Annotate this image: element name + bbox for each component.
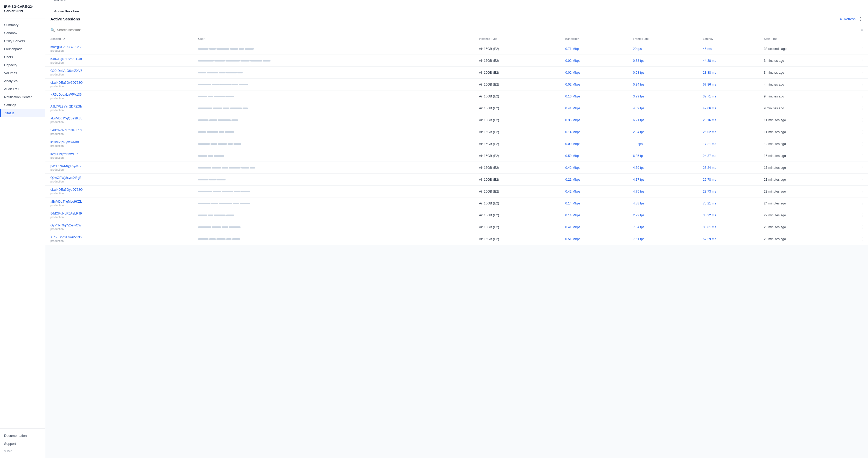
row-actions-cell: ⋮ bbox=[860, 186, 868, 197]
session-env-label: production bbox=[51, 156, 195, 159]
session-id-link[interactable]: 54dOPgNoRVneLRJ9 bbox=[51, 57, 195, 61]
row-more-button[interactable]: ⋮ bbox=[861, 106, 865, 110]
session-id-link[interactable]: KR5LDobxLbwPV136 bbox=[51, 236, 195, 239]
sidebar-item-users[interactable]: Users bbox=[0, 53, 45, 61]
start-time-cell: 27 minutes ago bbox=[764, 209, 860, 221]
user-bar-segment bbox=[213, 191, 221, 192]
user-bar-segment bbox=[225, 131, 234, 133]
row-more-button[interactable]: ⋮ bbox=[861, 213, 865, 217]
user-bar bbox=[198, 203, 476, 204]
bandwidth-cell: 0.42 Mbps bbox=[565, 186, 633, 197]
session-env-label: production bbox=[51, 204, 195, 207]
row-more-button[interactable]: ⋮ bbox=[861, 201, 865, 206]
session-id-cell: AJL7PL9aYn2DRZGbproduction bbox=[45, 102, 198, 114]
user-cell bbox=[198, 221, 479, 233]
search-input[interactable] bbox=[57, 28, 859, 32]
session-id-link[interactable]: oLwKDEa5OydD758O bbox=[51, 188, 195, 191]
user-bar-segment bbox=[209, 119, 217, 121]
sidebar-footer-item-documentation[interactable]: Documentation bbox=[0, 432, 45, 440]
user-cell bbox=[198, 209, 479, 221]
session-env-label: production bbox=[51, 239, 195, 242]
user-bar-segment bbox=[209, 238, 216, 240]
row-actions-cell: ⋮ bbox=[860, 197, 868, 209]
session-id-link[interactable]: aEnVDpJYgMve9KZL bbox=[51, 200, 195, 204]
user-cell bbox=[198, 43, 479, 55]
user-bar-segment bbox=[211, 143, 217, 145]
latency-cell: 46 ms bbox=[703, 43, 764, 55]
row-more-button[interactable]: ⋮ bbox=[861, 237, 865, 241]
user-bar-segment bbox=[198, 191, 212, 192]
filter-icon[interactable]: ≡ bbox=[861, 28, 863, 32]
search-bar: 🔍 ≡ bbox=[45, 25, 868, 35]
sidebar-item-volumes[interactable]: Volumes bbox=[0, 69, 45, 77]
session-id-cell: KR5LDobxLrWPV136production bbox=[45, 90, 198, 102]
session-id-link[interactable]: kvg0PbljrmNzw1Er bbox=[51, 152, 195, 156]
frame-rate-cell: 20 fps bbox=[633, 43, 703, 55]
user-bar-segment bbox=[219, 131, 224, 133]
sidebar-item-notification-center[interactable]: Notification Center bbox=[0, 93, 45, 101]
session-id-cell: aEnVDpJYgMve9KZLproduction bbox=[45, 197, 198, 209]
sidebar-item-launchpads[interactable]: Launchpads bbox=[0, 45, 45, 53]
row-more-button[interactable]: ⋮ bbox=[861, 225, 865, 229]
session-id-link[interactable]: pJYLeNXK6yjDQJ4B bbox=[51, 164, 195, 168]
row-more-button[interactable]: ⋮ bbox=[861, 118, 865, 122]
row-more-button[interactable]: ⋮ bbox=[861, 177, 865, 182]
start-time-cell: 4 minutes ago bbox=[764, 79, 860, 90]
session-id-link[interactable]: AJL7PL9aYn2DRZGb bbox=[51, 105, 195, 108]
row-more-button[interactable]: ⋮ bbox=[861, 154, 865, 158]
top-nav: ServersActive Sessions bbox=[45, 0, 868, 12]
session-id-link[interactable]: maYgDG6R3BxPBdVJ bbox=[51, 45, 195, 49]
sidebar-item-summary[interactable]: Summary bbox=[0, 21, 45, 29]
active-sessions-panel: Active Sessions ↻ Refresh ⋮ 🔍 ≡ Sessi bbox=[45, 12, 868, 245]
sidebar-footer-item-support[interactable]: Support bbox=[0, 440, 45, 448]
user-bar-segment bbox=[207, 131, 218, 133]
tab-servers[interactable]: Servers bbox=[51, 0, 84, 6]
row-more-button[interactable]: ⋮ bbox=[861, 47, 865, 51]
bandwidth-cell: 0.14 Mbps bbox=[565, 126, 633, 138]
sidebar-item-audit-trail[interactable]: Audit Trail bbox=[0, 85, 45, 93]
row-more-button[interactable]: ⋮ bbox=[861, 142, 865, 146]
session-id-link[interactable]: 54dOPgNoRpNeLRJ9 bbox=[51, 128, 195, 132]
bandwidth-cell: 0.02 Mbps bbox=[565, 79, 633, 90]
row-more-button[interactable]: ⋮ bbox=[861, 58, 865, 63]
row-actions-cell: ⋮ bbox=[860, 138, 868, 150]
table-row: G20rDmVLG6ozZXV5productionAir 16GB (E2)0… bbox=[45, 67, 868, 79]
row-more-button[interactable]: ⋮ bbox=[861, 130, 865, 134]
session-id-link[interactable]: G20rDmVLG6ozZXV5 bbox=[51, 69, 195, 73]
user-bar-segment bbox=[198, 179, 209, 180]
session-id-cell: kvg0PbljrmNzw1Erproduction bbox=[45, 150, 198, 162]
refresh-button[interactable]: ↻ Refresh bbox=[840, 17, 856, 21]
session-id-link[interactable]: GykYPn9gYZ5elvOW bbox=[51, 223, 195, 227]
latency-cell: 42.06 ms bbox=[703, 102, 764, 114]
user-bar bbox=[198, 108, 476, 109]
col-header-instance-type: Instance Type bbox=[479, 35, 565, 43]
session-env-label: production bbox=[51, 168, 195, 171]
start-time-cell: 16 minutes ago bbox=[764, 150, 860, 162]
session-id-link[interactable]: lkObeZjpNyvewNmr bbox=[51, 140, 195, 144]
session-id-link[interactable]: 54dOPgNoRJAeLRJ9 bbox=[51, 212, 195, 215]
main-content: ServersActive Sessions Active Sessions ↻… bbox=[45, 0, 868, 458]
sidebar-item-sandbox[interactable]: Sandbox bbox=[0, 29, 45, 37]
row-more-button[interactable]: ⋮ bbox=[861, 94, 865, 98]
panel-more-button[interactable]: ⋮ bbox=[858, 16, 863, 22]
bandwidth-cell: 0.21 Mbps bbox=[565, 174, 633, 186]
sidebar-item-capacity[interactable]: Capacity bbox=[0, 61, 45, 69]
session-id-link[interactable]: oLwKDEa5Ov6D758O bbox=[51, 81, 195, 85]
sidebar-item-utility-servers[interactable]: Utility Servers bbox=[0, 37, 45, 45]
start-time-cell: 9 minutes ago bbox=[764, 102, 860, 114]
session-id-link[interactable]: aEnVDpJYgQBe9KZL bbox=[51, 117, 195, 120]
frame-rate-cell: 4.88 fps bbox=[633, 197, 703, 209]
sidebar-item-status[interactable]: Status bbox=[0, 109, 45, 117]
row-actions-cell: ⋮ bbox=[860, 150, 868, 162]
session-id-link[interactable]: QJwOPWj8xyreXBgE bbox=[51, 176, 195, 180]
sidebar-item-analytics[interactable]: Analytics bbox=[0, 77, 45, 85]
row-more-button[interactable]: ⋮ bbox=[861, 189, 865, 193]
bandwidth-cell: 0.35 Mbps bbox=[565, 114, 633, 126]
row-more-button[interactable]: ⋮ bbox=[861, 70, 865, 75]
sidebar-item-settings[interactable]: Settings bbox=[0, 101, 45, 109]
latency-cell: 24.37 ms bbox=[703, 150, 764, 162]
user-bar-segment bbox=[216, 238, 225, 240]
session-id-link[interactable]: KR5LDobxLrWPV136 bbox=[51, 93, 195, 96]
row-more-button[interactable]: ⋮ bbox=[861, 82, 865, 87]
row-more-button[interactable]: ⋮ bbox=[861, 165, 865, 170]
